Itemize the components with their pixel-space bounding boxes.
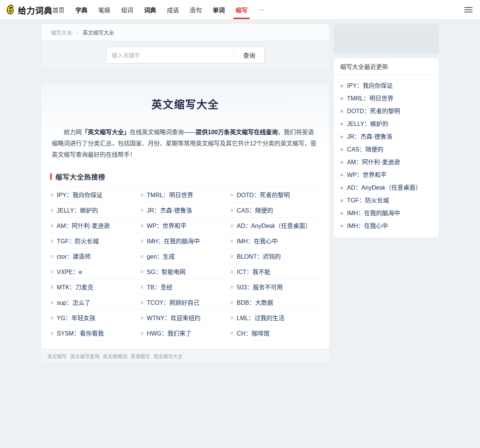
hash-prefix: # [140, 238, 143, 244]
hot-item-link[interactable]: YG：年轻女孩 [57, 313, 95, 322]
sidebar-item-link[interactable]: AD：AnyDesk（任意桌面） [347, 183, 421, 192]
hash-prefix: # [140, 253, 143, 259]
hash-prefix: # [50, 192, 53, 198]
hot-item-link[interactable]: sup：怎么了 [57, 298, 90, 307]
footer-tag[interactable]: 英文缩写查询 [70, 352, 99, 360]
footer-tags: 英文缩写 英文缩写查询 英文缩略词 英语缩写 英文缩写大全 [41, 350, 329, 362]
hot-item-link[interactable]: SG：智能电网 [147, 267, 185, 276]
nav-item-cidian[interactable]: 词典 [144, 5, 156, 14]
sidebar-item-link[interactable]: IMH：在我心中 [347, 221, 388, 230]
hot-item-link[interactable]: ctor：建造师 [57, 252, 91, 261]
nav-item-zaoju[interactable]: 造句 [190, 5, 202, 14]
nav-item-more[interactable]: ··· [258, 6, 264, 13]
sidebar-item: »JELLY：嫉妒的 [340, 117, 432, 130]
footer-tag[interactable]: 英文缩写大全 [153, 352, 183, 360]
hash-prefix: # [140, 315, 143, 321]
hot-item-link[interactable]: JR：杰森·德鲁洛 [147, 205, 192, 214]
hot-item-link[interactable]: IPY：我向你保证 [57, 190, 102, 199]
breadcrumb-item-current: 英文缩写大全 [82, 28, 114, 36]
hot-item-link[interactable]: SYSM：看你看我 [57, 328, 104, 337]
hot-item-link[interactable]: MTK：刀麦克 [57, 282, 93, 291]
hot-item-link[interactable]: VXPE：e [57, 267, 82, 276]
sidebar-item-link[interactable]: CAS：随便的 [347, 144, 383, 153]
hot-item-link[interactable]: LML：过我的生活 [237, 313, 284, 322]
breadcrumb-item-root[interactable]: 缩写大全 [51, 28, 72, 36]
hot-search-list: #IPY：我向你保证 #TMRL：明日世界 #DOTD：死者的黎明 #JELLY… [50, 187, 320, 341]
hot-item-link[interactable]: AD：AnyDesk（任意桌面） [237, 221, 311, 230]
sidebar-item: »TGF：防火长城 [340, 193, 432, 206]
double-arrow-icon: » [340, 146, 343, 152]
nav-item-zuci[interactable]: 组词 [121, 5, 133, 14]
search-input[interactable] [106, 47, 234, 63]
hot-item: #VXPE：e [50, 264, 140, 279]
hot-item-link[interactable]: IMH：在我的脑海中 [147, 236, 200, 245]
hot-item: #BLONT：迟钝的 [230, 249, 320, 264]
sidebar-ad-placeholder [334, 24, 439, 54]
hot-item-link[interactable]: AM：阿什利·麦迪逊 [57, 221, 110, 230]
footer-tag[interactable]: 英语缩写 [130, 352, 150, 360]
hash-prefix: # [50, 268, 53, 275]
hot-item-link[interactable]: HWG：我们来了 [147, 328, 191, 337]
nav-item-suoxie[interactable]: 缩写 [236, 5, 248, 14]
double-arrow-icon: » [340, 171, 343, 178]
hot-item-link[interactable]: BLONT：迟钝的 [237, 252, 280, 261]
hash-prefix: # [230, 284, 233, 290]
search-button[interactable]: 查询 [234, 47, 264, 63]
hot-item: #SG：智能电网 [140, 264, 230, 279]
hash-prefix: # [140, 330, 143, 336]
hot-item-link[interactable]: CAS：随便的 [237, 205, 273, 214]
hot-item: #SYSM：看你看我 [50, 325, 140, 341]
sidebar-item-link[interactable]: AM：阿什利·麦迪逊 [347, 157, 400, 166]
sidebar-item: »IMH：在我的脑海中 [340, 206, 432, 219]
nav-item-danci[interactable]: 单词 [213, 5, 225, 14]
hot-item: #AD：AnyDesk（任意桌面） [230, 218, 320, 233]
hot-item-link[interactable]: DOTD：死者的黎明 [237, 190, 290, 199]
hot-item: #WP：世界和平 [140, 218, 230, 233]
double-arrow-icon: » [340, 184, 343, 190]
hot-item-link[interactable]: BDB：大数据 [237, 298, 273, 307]
abbreviation-main-card: 英文缩写大全 给力网「英文缩写大全」在线英文缩略词查询——提供100万条英文缩写… [41, 84, 329, 349]
hot-item-link[interactable]: ICT：我不能 [237, 267, 270, 276]
hash-prefix: # [230, 268, 233, 275]
hot-item-link[interactable]: TCOY：照顾好自己 [147, 298, 199, 307]
nav-item-bishun[interactable]: 笔顺 [98, 5, 110, 14]
desc-segment-bold: 提供100万条英文缩写在线查询 [196, 129, 278, 135]
footer-tag[interactable]: 英文缩写 [47, 352, 67, 360]
sidebar-item: »CAS：随便的 [340, 142, 432, 155]
hot-item-link[interactable]: WTNY：欢迎来纽约 [147, 313, 200, 322]
hot-item: #AM：阿什利·麦迪逊 [50, 218, 140, 233]
hot-item-link[interactable]: WP：世界和平 [147, 221, 186, 230]
hot-item-link[interactable]: TMRL：明日世界 [147, 190, 193, 199]
hot-item-link[interactable]: 503：服务不可用 [237, 282, 283, 291]
hash-prefix: # [50, 238, 53, 244]
red-bar-icon [50, 173, 52, 180]
hot-section-header: 缩写大全热搜榜 [50, 172, 320, 181]
sidebar-item: »AD：AnyDesk（任意桌面） [340, 181, 432, 193]
sidebar-item-link[interactable]: IMH：在我的脑海中 [347, 208, 400, 217]
sidebar-item-link[interactable]: JELLY：嫉妒的 [347, 119, 388, 128]
hot-item-link[interactable]: IMH：在我心中 [237, 236, 278, 245]
sidebar-item-link[interactable]: JR：杰森·德鲁洛 [347, 132, 392, 141]
hot-item-link[interactable]: TGF：防火长城 [57, 236, 99, 245]
site-logo[interactable]: 6 给力词典 [4, 3, 52, 16]
hot-item-link[interactable]: TB：圣经 [147, 282, 172, 291]
sidebar-item-link[interactable]: DOTD：死者的黎明 [347, 106, 400, 115]
hash-prefix: # [50, 315, 53, 321]
hot-item-link[interactable]: gen：生成 [147, 252, 175, 261]
search-box: 查询 [106, 47, 264, 63]
main-nav: 首页 字典 笔顺 组词 词典 成语 造句 单词 缩写 ··· [52, 5, 275, 14]
hamburger-menu-icon[interactable] [464, 7, 472, 12]
nav-item-chengyu[interactable]: 成语 [167, 5, 179, 14]
hot-item-link[interactable]: CH：咖啡馆 [237, 328, 269, 337]
nav-item-zidian[interactable]: 字典 [75, 5, 87, 14]
hot-item-link[interactable]: JELLY：嫉妒的 [57, 205, 98, 214]
page-title: 英文缩写大全 [50, 84, 320, 111]
footer-tag[interactable]: 英文缩略词 [103, 352, 127, 360]
double-arrow-icon: » [340, 159, 343, 165]
sidebar-item-link[interactable]: IPY：我向你保证 [347, 81, 393, 90]
sidebar-item-link[interactable]: WP：世界和平 [347, 170, 387, 179]
hash-prefix: # [50, 207, 53, 213]
nav-item-home[interactable]: 首页 [52, 5, 64, 14]
sidebar-item-link[interactable]: TMRL：明日世界 [347, 93, 393, 102]
sidebar-item-link[interactable]: TGF：防火长城 [347, 195, 389, 204]
